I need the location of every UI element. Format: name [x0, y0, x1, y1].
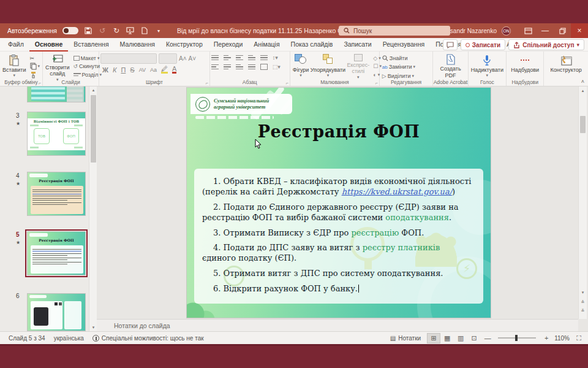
notes-pane[interactable]: Нотатки до слайда — [97, 319, 578, 331]
shapes-button[interactable]: Фігури▾ — [292, 53, 311, 79]
create-pdf-button[interactable]: Создать PDF — [434, 53, 467, 79]
tab-малювання[interactable]: Малювання — [115, 38, 160, 52]
close-button[interactable]: × — [571, 23, 588, 38]
justify-button[interactable] — [248, 64, 255, 70]
bold-button[interactable]: Ж — [102, 66, 108, 74]
fit-to-window-button[interactable]: ⛶ — [572, 333, 586, 343]
tab-рецензування[interactable]: Рецензування — [377, 38, 430, 52]
decrease-font-icon[interactable]: A˅ — [189, 55, 197, 62]
arrange-button[interactable]: Упорядкувати▾ — [311, 53, 344, 79]
ribbon-display-options-icon[interactable] — [519, 23, 537, 38]
scrollbar-thumb[interactable] — [580, 116, 586, 133]
comments-button[interactable] — [443, 39, 458, 50]
tab-анімація[interactable]: Анімація — [248, 38, 285, 52]
accessibility-status[interactable]: Спеціальні можливості: щось не так — [92, 335, 204, 342]
align-center-button[interactable] — [224, 64, 231, 70]
autosave-toggle[interactable] — [62, 27, 78, 34]
thumbnail-slide-4[interactable]: Реєстрація ФОП — [27, 172, 86, 216]
underline-button[interactable]: П — [121, 66, 126, 74]
paragraph-dialog-launcher[interactable]: ⌐ — [286, 81, 288, 85]
addins-button[interactable]: Надбудови — [510, 53, 540, 79]
thumbnail-slide-2[interactable] — [27, 86, 86, 102]
reading-view-button[interactable]: ▥ — [454, 333, 467, 343]
clipboard-dialog-launcher[interactable]: ⌐ — [39, 81, 41, 85]
designer-button[interactable]: Конструктор — [549, 53, 583, 79]
copy-button[interactable]: ▾ — [29, 63, 42, 71]
avatar[interactable]: ON — [502, 26, 511, 36]
font-name-select[interactable] — [100, 53, 157, 64]
slide-list-item-6[interactable]: 6. Відкрити рахунок ФОП у банку. — [202, 284, 476, 294]
restore-button[interactable] — [554, 23, 571, 38]
align-right-button[interactable] — [236, 64, 243, 70]
scroll-up-icon[interactable]: ▴ — [90, 86, 97, 94]
redo-icon[interactable]: ↻ — [112, 26, 121, 35]
thumbnail-slide-6[interactable] — [27, 293, 86, 331]
normal-view-button[interactable]: ⊞ — [427, 333, 440, 343]
tab-вставлення[interactable]: Вставлення — [68, 38, 114, 52]
slide-title[interactable]: Реєстрація ФОП — [187, 122, 491, 141]
align-left-button[interactable] — [211, 64, 219, 70]
slide-list-item-2[interactable]: 2. Подати до Єдиного державного реєстру … — [202, 202, 476, 223]
thumbnail-slide-3[interactable]: Відмінності ФОП і ТОВ ТОВ ФОП — [27, 112, 86, 156]
tab-конструктор[interactable]: Конструктор — [160, 38, 208, 52]
scroll-down-icon[interactable]: ▾ — [90, 324, 97, 331]
zoom-slider[interactable] — [498, 337, 536, 339]
change-case-button[interactable]: Aa — [150, 67, 157, 73]
scroll-down-icon[interactable]: ▾ — [579, 289, 586, 296]
slide-list-item-3[interactable]: 3. Отримати Виписку з ЄДР про реєстрацію… — [202, 228, 476, 239]
zoom-in-button[interactable]: + — [540, 333, 553, 343]
numbering-button[interactable] — [224, 55, 231, 61]
slide-list-item-5[interactable]: 5. Отримати витяг з ДПС про систему опод… — [202, 269, 476, 279]
find-button[interactable]: Знайти — [381, 54, 417, 62]
cut-button[interactable]: ✂ — [29, 54, 42, 62]
scroll-up-icon[interactable]: ▴ — [579, 87, 586, 94]
font-dialog-launcher[interactable]: ⌐ — [206, 81, 208, 85]
character-spacing-button[interactable]: AV — [139, 67, 146, 73]
line-spacing-button[interactable] — [260, 55, 268, 61]
scrollbar-thumb[interactable] — [91, 95, 96, 163]
zoom-level[interactable]: 110% — [554, 335, 570, 342]
minimize-button[interactable]: — — [537, 23, 554, 38]
format-painter-button[interactable] — [29, 71, 42, 79]
language-indicator[interactable]: українська — [54, 335, 84, 342]
highlight-color-button[interactable]: 🖉 — [161, 66, 168, 74]
bullets-button[interactable] — [211, 55, 219, 61]
new-document-icon[interactable] — [140, 26, 149, 35]
increase-font-icon[interactable]: A˄ — [179, 55, 187, 62]
slide-editor[interactable]: Сумський національнийаграрний університе… — [187, 88, 491, 318]
new-slide-button[interactable]: Створити слайд▾ — [44, 53, 71, 79]
font-color-button[interactable]: А — [172, 66, 176, 74]
next-slide-icon[interactable]: ≚ — [579, 307, 586, 315]
save-icon[interactable] — [84, 26, 92, 35]
record-button[interactable]: Записати — [461, 39, 505, 50]
drawing-dialog-launcher[interactable]: ⌐ — [375, 81, 378, 85]
strikethrough-button[interactable]: S — [130, 66, 134, 74]
search-input[interactable]: Пошук — [339, 26, 450, 36]
thumbnail-slide-5-selected[interactable]: Реєстрація ФОП — [27, 231, 86, 275]
previous-slide-icon[interactable]: ≙ — [579, 299, 586, 306]
replace-button[interactable]: abЗамінити▾ — [381, 63, 417, 71]
decrease-indent-button[interactable] — [236, 55, 243, 61]
slide-sorter-view-button[interactable]: ▦ — [440, 333, 454, 343]
start-presentation-icon[interactable] — [126, 26, 135, 35]
smartart-convert-button[interactable]: ⬚▾ — [273, 64, 281, 70]
section-button[interactable]: Розділ▾ — [72, 71, 103, 79]
tab-записати[interactable]: Записати — [338, 38, 377, 52]
dictate-button[interactable]: Надиктувати▾ — [470, 53, 505, 79]
quick-access-overflow-icon[interactable]: ▾ — [154, 26, 163, 35]
text-direction-button[interactable]: ↕▾ — [273, 55, 278, 61]
notes-toggle-button[interactable]: ▤Нотатки — [390, 335, 421, 342]
slide-list-item-4[interactable]: 4. Подати до ДПС заяву на витяг з реєстр… — [202, 243, 476, 264]
collapse-ribbon-icon[interactable]: ˄ — [581, 79, 584, 85]
slideshow-button[interactable]: ⊡ — [467, 333, 481, 343]
zoom-slider-thumb[interactable] — [515, 335, 518, 341]
italic-button[interactable]: К — [113, 66, 116, 74]
layout-button[interactable]: Макет▾ — [72, 54, 103, 62]
reset-button[interactable]: ↺Скинути — [72, 63, 103, 71]
font-size-select[interactable] — [159, 53, 177, 64]
columns-button[interactable] — [260, 64, 268, 70]
thumbnail-scrollbar[interactable]: ▴ ▾ — [89, 86, 97, 331]
slide-list-item-1[interactable]: 1. Обрати КВЕД – класифікатор видів екон… — [202, 177, 476, 197]
tab-показ-слайдів[interactable]: Показ слайдів — [285, 38, 339, 52]
increase-indent-button[interactable] — [248, 55, 255, 61]
